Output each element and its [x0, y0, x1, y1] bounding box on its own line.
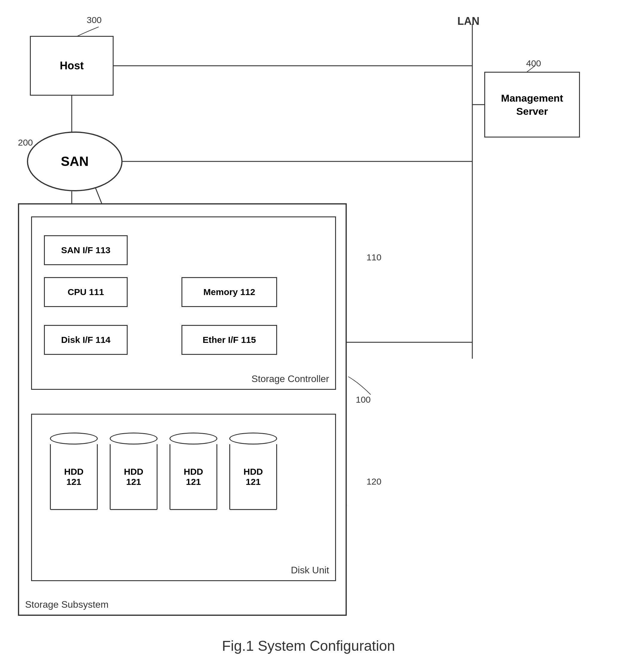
ref-300: 300 [87, 15, 101, 25]
hdd-1: HDD 121 [50, 433, 98, 510]
hdd-2-body: HDD 121 [110, 444, 158, 510]
hdd-4-top [229, 433, 277, 445]
host-box: Host [30, 36, 114, 96]
ether-if-box: Ether I/F 115 [181, 325, 277, 355]
hdd-3-top [170, 433, 217, 445]
figure-title: Fig.1 System Configuration [222, 638, 395, 654]
memory-box: Memory 112 [181, 277, 277, 307]
disk-unit-label: Disk Unit [291, 565, 329, 576]
hdd-2: HDD 121 [110, 433, 158, 510]
disk-unit-box: HDD 121 HDD 121 HDD 121 [31, 414, 336, 581]
cpu-box: CPU 111 [44, 277, 128, 307]
storage-subsystem-box: SAN I/F 113 CPU 111 Memory 112 Disk I/F … [18, 203, 347, 616]
diagram-container: 300 Host LAN 400 ManagementServer 200 SA… [0, 0, 617, 672]
hdd-1-body: HDD 121 [50, 444, 98, 510]
ref-200: 200 [18, 138, 33, 148]
san-label: SAN [61, 154, 89, 169]
storage-controller-label: Storage Controller [251, 373, 329, 385]
hdd-4: HDD 121 [229, 433, 277, 510]
storage-controller-box: SAN I/F 113 CPU 111 Memory 112 Disk I/F … [31, 216, 336, 390]
san-if-box: SAN I/F 113 [44, 235, 128, 265]
ref-100: 100 [356, 395, 371, 405]
hdd-3: HDD 121 [170, 433, 217, 510]
host-label: Host [60, 59, 84, 72]
lan-label: LAN [457, 15, 479, 27]
storage-subsystem-label: Storage Subsystem [25, 599, 109, 610]
ref-400: 400 [526, 58, 541, 68]
hdd-2-top [110, 433, 158, 445]
san-ellipse: SAN [27, 132, 123, 191]
hdd-4-body: HDD 121 [229, 444, 277, 510]
management-server-box: ManagementServer [484, 72, 580, 138]
hdd-3-body: HDD 121 [170, 444, 217, 510]
mgmt-label: ManagementServer [501, 91, 563, 118]
ref-110: 110 [367, 252, 381, 262]
disk-if-box: Disk I/F 114 [44, 325, 128, 355]
ref-120: 120 [367, 476, 381, 487]
hdd-1-top [50, 433, 98, 445]
